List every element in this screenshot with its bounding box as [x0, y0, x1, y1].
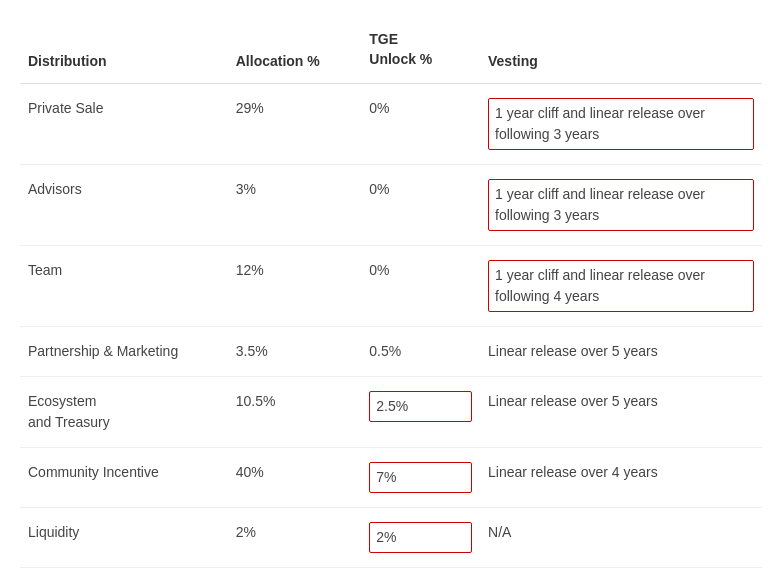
cell-tge: 2%	[361, 508, 480, 568]
table-row: Ecosystemand Treasury10.5%2.5%Linear rel…	[20, 377, 762, 448]
cell-allocation: 3.5%	[228, 327, 362, 377]
cell-allocation: 29%	[228, 84, 362, 165]
header-allocation: Allocation %	[228, 20, 362, 84]
cell-vesting: N/A	[480, 508, 762, 568]
cell-allocation: 3%	[228, 165, 362, 246]
cell-distribution: Liquidity	[20, 508, 228, 568]
distribution-table: Distribution Allocation % TGEUnlock % Ve…	[20, 20, 762, 571]
cell-allocation: 12%	[228, 246, 362, 327]
cell-tge: 2.5%	[361, 377, 480, 448]
cell-distribution: Team	[20, 246, 228, 327]
table-row: Partnership & Marketing3.5%0.5%Linear re…	[20, 327, 762, 377]
cell-tge: 7%	[361, 448, 480, 508]
cell-vesting: Linear release over 4 years	[480, 448, 762, 508]
header-vesting: Vesting	[480, 20, 762, 84]
cell-tge: 0.5%	[361, 327, 480, 377]
cell-allocation: 2%	[228, 508, 362, 568]
cell-vesting: 1 year cliff and linear release over fol…	[480, 165, 762, 246]
cell-distribution: Partnership & Marketing	[20, 327, 228, 377]
cell-tge: 0%	[361, 84, 480, 165]
table-row: Community Incentive40%7%Linear release o…	[20, 448, 762, 508]
cell-allocation: 10.5%	[228, 377, 362, 448]
header-tge: TGEUnlock %	[361, 20, 480, 84]
cell-distribution: Advisors	[20, 165, 228, 246]
table-row: Private Sale29%0%1 year cliff and linear…	[20, 84, 762, 165]
cell-distribution: Community Incentive	[20, 448, 228, 508]
table-row: Team12%0%1 year cliff and linear release…	[20, 246, 762, 327]
table-row: Liquidity2%2%N/A	[20, 508, 762, 568]
header-distribution: Distribution	[20, 20, 228, 84]
table-row: Advisors3%0%1 year cliff and linear rele…	[20, 165, 762, 246]
cell-vesting: 1 year cliff and linear release over fol…	[480, 246, 762, 327]
cell-tge: 0%	[361, 246, 480, 327]
cell-vesting: 1 year cliff and linear release over fol…	[480, 84, 762, 165]
cell-distribution: Private Sale	[20, 84, 228, 165]
cell-vesting: Linear release over 5 years	[480, 377, 762, 448]
cell-vesting: Linear release over 5 years	[480, 327, 762, 377]
cell-allocation: 40%	[228, 448, 362, 508]
cell-tge: 0%	[361, 165, 480, 246]
cell-distribution: Ecosystemand Treasury	[20, 377, 228, 448]
